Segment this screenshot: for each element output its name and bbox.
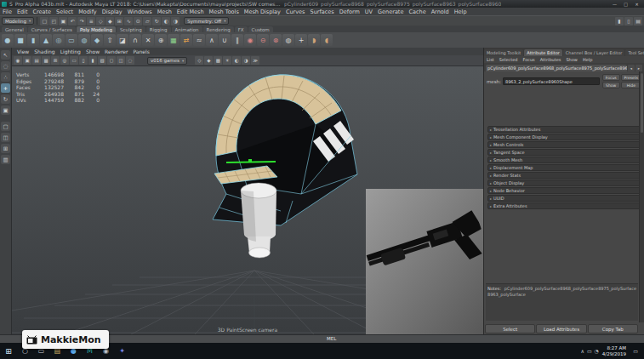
ae-section-node-behavior[interactable]: ▸ Node Behavior	[487, 187, 641, 194]
symmetry-selector[interactable]: Symmetry: Off ▾	[184, 17, 229, 25]
sidebar-tab-modeling-toolkit[interactable]: Modeling Toolkit	[484, 49, 523, 56]
node-tab[interactable]: pCylinder609_polySurface8968_polySurface…	[486, 65, 627, 71]
menu-edit[interactable]: Edit	[14, 9, 31, 15]
viewport-icon-gate-mask[interactable]: ▮	[88, 56, 97, 65]
viewport-scene[interactable]: Verts 146698 811 0 Edges 279248 879 0 Fa…	[12, 66, 483, 334]
shelf-icon-poly-cylinder[interactable]: ▮	[27, 34, 39, 46]
menu-mesh-display[interactable]: Mesh Display	[242, 9, 283, 15]
shelf-icon-poly-disc[interactable]: ◍	[78, 34, 90, 46]
taskbar-icon-chat[interactable]: ✦	[114, 343, 130, 359]
shelf-icon-poly-plane[interactable]: ▭	[66, 34, 77, 46]
statusline-icon-select-object[interactable]: ◇	[96, 17, 105, 26]
viewport-icon-isolate-select[interactable]: ◌	[126, 56, 134, 65]
menu-uv[interactable]: UV	[362, 9, 375, 15]
tool-lasso-tool[interactable]: ◌	[1, 61, 10, 71]
statusline-icon-snap-curve[interactable]: ∿	[124, 17, 133, 26]
shelf-icon-poly-sphere[interactable]: ●	[2, 34, 14, 46]
viewport-icon-motion-blur[interactable]: ≫	[251, 56, 259, 65]
tray-icon-[interactable]: ◔	[595, 348, 599, 354]
ae-section-displacement-map[interactable]: ▸ Displacement Map	[487, 164, 641, 171]
menu-curves[interactable]: Curves	[283, 9, 308, 15]
shelf-icon-poly-cone[interactable]: ▲	[40, 34, 52, 46]
sidebar-toggle-toggle-attribute-editor[interactable]: ▯	[624, 17, 633, 26]
shelf-tab-fx[interactable]: FX	[235, 26, 248, 32]
menu-select[interactable]: Select	[54, 9, 76, 15]
mesh-name-field[interactable]: 8963_2_polySurface8960Shape	[503, 77, 600, 85]
shelf-icon-smooth[interactable]: ≈	[193, 34, 205, 46]
shelf-tab-general[interactable]: General	[2, 26, 27, 32]
statusline-icon-render-current-frame[interactable]: ◐	[162, 17, 170, 26]
statusline-icon-save-scene[interactable]: ▣	[59, 17, 67, 26]
menu-windows[interactable]: Windows	[125, 9, 155, 15]
ae-menu-selected[interactable]: Selected	[497, 57, 521, 62]
ae-menu-attributes[interactable]: Attributes	[538, 57, 564, 62]
shelf-tab-sculpting[interactable]: Sculpting	[117, 26, 145, 32]
statusline-icon-snap-grid[interactable]: ⊞	[115, 17, 123, 26]
ae-notes[interactable]: Notes: pCylinder609_polySurface8968_poly…	[486, 283, 638, 321]
shelf-tab-poly-modeling[interactable]: Poly Modeling	[77, 26, 116, 32]
panel-menu-view[interactable]: View	[14, 48, 31, 54]
statusline-icon-new-scene[interactable]: ▢	[40, 17, 48, 26]
ae-scrollbar-thumb[interactable]	[641, 73, 643, 133]
shelf-icon-boolean-union[interactable]: ◉	[244, 34, 256, 46]
viewport-icon-lighting-toggle[interactable]: ☀	[223, 56, 231, 65]
viewport-icon-resolution-gate[interactable]: ▯	[79, 56, 88, 65]
menu-cache[interactable]: Cache	[406, 9, 428, 15]
menu-file[interactable]: File	[0, 9, 14, 15]
ae-section-mesh-controls[interactable]: ▸ Mesh Controls	[487, 141, 641, 148]
statusline-icon-undo[interactable]: ↶	[68, 17, 77, 26]
statusline-icon-snap-plane[interactable]: ▱	[143, 17, 151, 26]
minimize-button[interactable]: —	[609, 0, 620, 8]
layout-four-pane-layout[interactable]: ⊞	[1, 144, 10, 153]
ae-section-uuid[interactable]: ▸ UUID	[487, 195, 641, 202]
ae-footer-button-select[interactable]: Select	[485, 324, 535, 333]
tab-scroll-right-icon[interactable]: ▸	[635, 65, 642, 71]
shelf-icon-bridge[interactable]: ∩	[129, 34, 141, 46]
tool-select-tool[interactable]: ↖	[1, 50, 10, 60]
ae-menu-list[interactable]: List	[484, 57, 497, 62]
viewport-icon-image-plane[interactable]: ▦	[42, 56, 50, 65]
show-button[interactable]: Show	[602, 82, 620, 88]
shelf-icon-target-weld[interactable]: ⊕	[155, 34, 167, 46]
maximize-button[interactable]: □	[620, 0, 631, 8]
taskbar-clock[interactable]: 8:27 AM 4/29/2019	[602, 345, 626, 356]
focus-button[interactable]: Focus	[602, 74, 620, 81]
shelf-icon-platonic-solid[interactable]: ◆	[91, 34, 103, 46]
sidebar-toggle-toggle-channel-box[interactable]: ▤	[634, 17, 642, 26]
shelf-icon-combine[interactable]: ∪	[219, 34, 231, 46]
notification-center-icon[interactable]: ▭	[630, 348, 641, 354]
sidebar-toggle-toggle-modeling-toolkit[interactable]: ▮	[615, 17, 624, 26]
sidebar-tab-channel-box[interactable]: Channel Box / Layer Editor	[563, 49, 625, 56]
viewport-icon-wireframe-display[interactable]: ◇	[195, 56, 203, 65]
ae-menu-show[interactable]: Show	[563, 57, 580, 62]
shelf-icon-bevel[interactable]: ◪	[117, 34, 128, 46]
menu-generate[interactable]: Generate	[375, 9, 406, 15]
shelf-icon-separate[interactable]: ∥	[231, 34, 243, 46]
shelf-icon-append-polygon[interactable]: +	[295, 34, 307, 46]
tab-scroll-left-icon[interactable]: ◂	[628, 65, 635, 71]
ae-section-render-stats[interactable]: ▸ Render Stats	[487, 172, 641, 179]
viewport-panel[interactable]: ViewShadingLightingShowRendererPanels ◉▣…	[12, 48, 483, 334]
ae-section-object-display[interactable]: ▸ Object Display	[487, 180, 641, 186]
shelf-icon-boolean-intersection[interactable]: ⊗	[270, 34, 282, 46]
viewport-icon-shadows-toggle[interactable]: ◐	[232, 56, 241, 65]
shelf-tab-custom[interactable]: Custom	[248, 26, 273, 32]
ae-section-tessellation-attributes[interactable]: ▸ Tessellation Attributes	[487, 126, 641, 133]
shelf-icon-crease[interactable]: ∧	[206, 34, 218, 46]
menu-edit-mesh[interactable]: Edit Mesh	[174, 9, 207, 15]
shelf-icon-multi-cut[interactable]: ✕	[142, 34, 154, 46]
layout-single-pane-layout[interactable]: ▢	[1, 122, 10, 131]
panel-menu-show[interactable]: Show	[83, 48, 102, 54]
shelf-icon-boolean-difference[interactable]: ⊖	[257, 34, 269, 46]
shelf-tab-rigging[interactable]: Rigging	[146, 26, 171, 32]
viewport-icon-film-gate[interactable]: ▭	[70, 56, 78, 65]
viewport-icon-2d-pan-zoom[interactable]: ⊞	[51, 56, 60, 65]
viewport-icon-shaded-display[interactable]: ◆	[204, 56, 213, 65]
viewport-icon-camera-attributes[interactable]: ▣	[23, 56, 31, 65]
menu-mesh[interactable]: Mesh	[155, 9, 174, 15]
ae-section-smooth-mesh[interactable]: ▸ Smooth Mesh	[487, 157, 641, 163]
ae-menu-focus[interactable]: Focus	[520, 57, 537, 62]
statusline-icon-construction-history[interactable]: ↻	[152, 17, 161, 26]
shelf-tab-animation[interactable]: Animation	[172, 26, 202, 32]
ae-section-mesh-component-display[interactable]: ▸ Mesh Component Display	[487, 134, 641, 140]
